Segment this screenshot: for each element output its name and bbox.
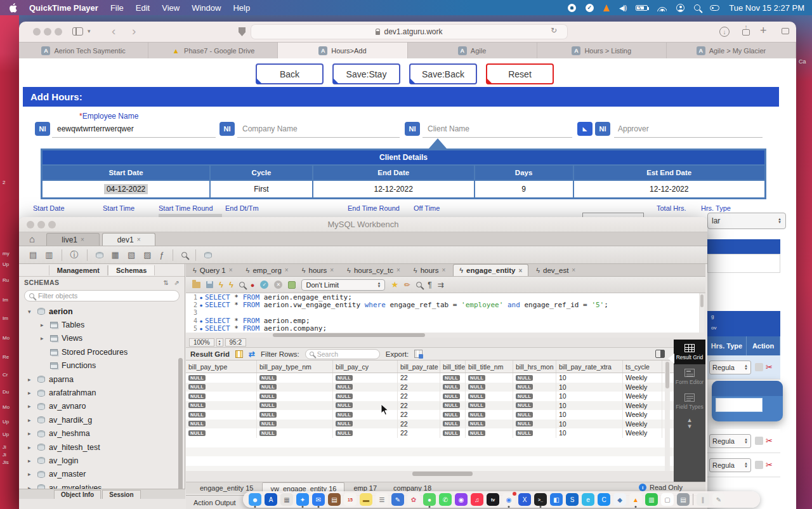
commit-icon[interactable]: ✓ (260, 281, 268, 289)
sidebar-scrollbar[interactable] (178, 358, 183, 498)
downloads-icon[interactable]: ↓ (719, 27, 730, 37)
dock-icon[interactable]: X (518, 493, 531, 506)
table-row[interactable]: NULLNULLNULL22NULLNULLNULL10Weekly (186, 383, 674, 392)
chevron-icon[interactable]: ▾ (28, 308, 34, 315)
browser-tab[interactable]: A Hours > Listing (537, 43, 667, 58)
back-nav-button[interactable]: ‹ (112, 24, 115, 38)
new-sql-tab-icon[interactable]: ▤ (29, 250, 37, 260)
dock-icon[interactable]: ∥ (697, 493, 709, 506)
schema-tree-item[interactable]: ▸ av_heshma (19, 427, 178, 440)
row-checkbox[interactable] (755, 363, 763, 371)
dock-icon[interactable]: ✦ (296, 493, 309, 506)
tab-schemas[interactable]: Schemas (108, 265, 155, 275)
query-tab[interactable]: ϟ engage_entity × (453, 264, 528, 276)
wifi-icon[interactable] (657, 4, 667, 11)
approver-dropdown-button[interactable]: ◣ (577, 122, 593, 136)
table-row[interactable]: NULLNULLNULL22NULLNULLNULL10Weekly (186, 401, 674, 411)
browser-tab[interactable]: A Aerion Tech Saymentic (19, 43, 148, 58)
dock-icon[interactable]: ◉ (455, 493, 468, 506)
dock-icon[interactable]: A (265, 493, 277, 506)
dock-icon[interactable]: 15 (344, 493, 357, 506)
row-checkbox[interactable] (755, 437, 763, 445)
reconnect-icon[interactable] (204, 252, 212, 258)
create-view-icon[interactable]: ▧ (128, 250, 135, 260)
chevron-down-icon[interactable]: ▾ (88, 28, 91, 34)
column-header[interactable]: bill_pay_type_nm (257, 360, 333, 373)
forward-nav-button[interactable]: › (132, 24, 136, 38)
side-panel-item[interactable]: Field Types (674, 389, 705, 414)
column-header[interactable]: bill_title_nm (466, 360, 513, 373)
hrs-type-select[interactable]: lar ▲▼ (707, 213, 786, 229)
grid-horizontal-scrollbar[interactable] (186, 472, 674, 477)
editor-vertical-scrollbar[interactable] (700, 293, 704, 333)
create-procedure-icon[interactable]: ▨ (143, 250, 151, 260)
tab-session[interactable]: Session (102, 490, 140, 499)
editor-horizontal-scrollbar[interactable] (207, 333, 525, 338)
chevron-icon[interactable]: ▸ (28, 403, 34, 409)
column-header[interactable]: bill_pay_rate_xtra (556, 360, 623, 373)
find-icon[interactable] (416, 282, 422, 288)
app-menu-title[interactable]: QuickTime Player (29, 3, 98, 13)
schema-tree-item[interactable]: ▾ aerion (19, 305, 178, 318)
close-icon[interactable]: × (572, 267, 575, 274)
close-icon[interactable]: × (330, 267, 334, 274)
menu-item[interactable]: Edit (136, 3, 150, 13)
chevron-icon[interactable]: ▸ (28, 458, 34, 464)
create-schema-icon[interactable] (96, 252, 103, 258)
table-cell[interactable]: 04-12-2022 (43, 181, 211, 197)
user-icon[interactable] (676, 4, 684, 12)
sql-editor[interactable]: 1●SELECT * FROM aerion.engage_entity;2●S… (186, 293, 699, 333)
schema-tree-item[interactable]: ▸ Views (19, 332, 178, 345)
hrs-type-row-select[interactable]: Regula▲▼ (709, 434, 751, 448)
dropdown-popup[interactable] (712, 381, 783, 421)
tab-overview-icon[interactable] (782, 28, 789, 34)
panel-toggle-icon[interactable] (655, 350, 665, 358)
query-tab[interactable]: ϟ hours_cy_tc × (341, 264, 406, 276)
vlc-icon[interactable] (603, 4, 610, 11)
refresh-icon[interactable]: ⇄ (249, 350, 255, 359)
column-header[interactable]: bill_pay_cy (333, 360, 398, 373)
inspector-icon[interactable]: ⓘ (70, 249, 79, 261)
dock-icon[interactable]: tv (487, 493, 499, 506)
zoom-window-button[interactable] (55, 28, 62, 36)
tab-object-info[interactable]: Object Info (54, 490, 101, 499)
wrap-icon[interactable]: ⇉ (438, 281, 444, 289)
query-tab[interactable]: ϟ hours × (408, 264, 451, 276)
chevron-icon[interactable]: ▸ (41, 322, 46, 328)
create-table-icon[interactable]: ▦ (112, 250, 119, 260)
menu-item[interactable]: Window (192, 3, 221, 13)
approver-input[interactable]: Approver (618, 124, 649, 133)
dock-icon[interactable]: ♫ (471, 493, 483, 506)
open-sql-icon[interactable]: ▥ (45, 250, 53, 260)
table-row[interactable]: NULLNULLNULL22NULLNULLNULL10Weekly (186, 428, 674, 438)
dock-icon[interactable]: ● (423, 493, 436, 506)
query-tab[interactable]: ϟ hours × (296, 264, 339, 276)
dock-icon[interactable]: ▦ (280, 493, 293, 506)
schema-tree-item[interactable]: ▸ av_login (19, 454, 178, 467)
dock-icon[interactable]: ▢ (661, 493, 674, 506)
query-tab[interactable]: ϟ emp_org × (240, 264, 294, 276)
menubar-clock[interactable]: Tue Nov 15 2:27 PM (729, 3, 804, 13)
home-icon[interactable]: ⌂ (29, 233, 35, 246)
query-tab[interactable]: ϟ dev_est × (530, 264, 581, 276)
scissors-icon[interactable]: ✂ (766, 436, 773, 446)
dock-icon[interactable]: ✿ (407, 493, 420, 506)
battery-icon[interactable]: ϟ (636, 5, 648, 11)
schema-tree-item[interactable]: ▸ aparna (19, 373, 178, 386)
filter-objects-input[interactable]: Filter objects (24, 290, 180, 301)
schema-tree-item[interactable]: Functions (19, 359, 178, 373)
dock-icon[interactable]: S (566, 493, 579, 506)
dock-icon[interactable]: ▤ (677, 493, 690, 506)
save-icon[interactable] (206, 281, 213, 288)
dock-icon[interactable]: ◧ (550, 493, 563, 506)
close-icon[interactable]: × (137, 236, 141, 243)
chevron-icon[interactable]: ▸ (28, 430, 34, 437)
invisible-chars-icon[interactable]: ¶ (428, 281, 431, 289)
url-bar[interactable]: dev1.atguru.work (251, 24, 568, 39)
connection-tab[interactable]: live1× (46, 233, 100, 246)
column-header[interactable]: ts_cycle (623, 360, 662, 373)
query-tab[interactable]: ϟ Query 1 × (187, 264, 239, 276)
close-icon[interactable]: × (442, 267, 445, 274)
column-header[interactable]: bill_pay_type (186, 360, 257, 373)
chevron-icon[interactable]: ▸ (28, 376, 34, 383)
